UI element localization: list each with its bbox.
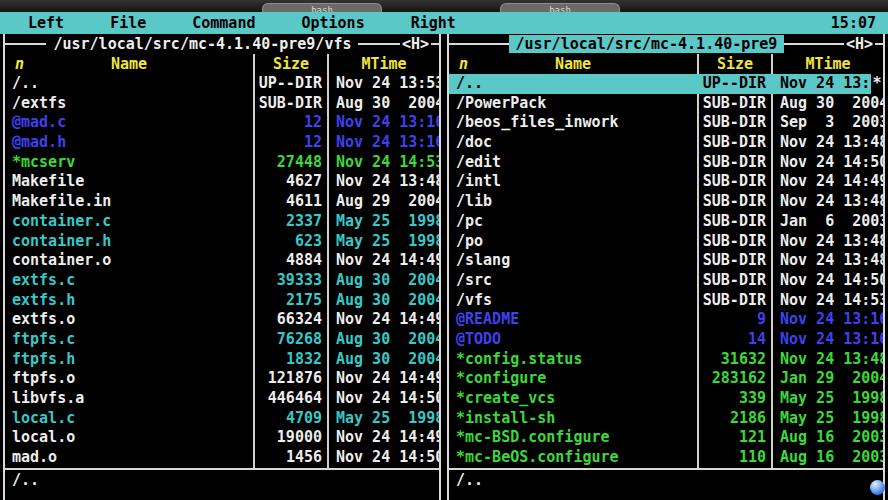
file-row[interactable]: @mad.c 12 Nov 24 13:16 [5,113,439,133]
file-row[interactable]: /po SUB-DIR Nov 24 13:48 [449,232,883,252]
file-name: /pc [449,212,697,232]
frame-line [449,43,509,45]
file-row[interactable]: /PowerPack SUB-DIR Aug 30 2004 [449,94,883,114]
column-header-mtime[interactable]: MTime [771,54,883,74]
file-row[interactable]: extfs.o 66324 Nov 24 14:49 [5,310,439,330]
column-header-name[interactable]: nName [449,54,697,74]
file-row[interactable]: @README 9 Nov 24 13:16 [449,310,883,330]
file-size: 339 [697,389,771,409]
menu-command[interactable]: Command [192,14,255,32]
left-ministatus: /.. [5,470,439,490]
file-row[interactable]: /extfs SUB-DIR Aug 30 2004 [5,94,439,114]
file-row[interactable]: /vfs SUB-DIR Nov 24 14:53 [449,291,883,311]
file-row[interactable]: /src SUB-DIR Nov 24 14:50 [449,271,883,291]
file-row[interactable]: container.c 2337 May 25 1998 [5,212,439,232]
file-row[interactable]: /.. UP--DIR Nov 24 13:53 [5,74,439,94]
file-row[interactable]: container.o 4884 Nov 24 14:49 [5,251,439,271]
column-header-name[interactable]: nName [5,54,253,74]
file-name: container.o [5,251,253,271]
file-row[interactable]: local.c 4709 May 25 1998 [5,409,439,429]
file-row[interactable]: @mad.h 12 Nov 24 13:16 [5,133,439,153]
file-mtime: Nov 24 13:16 [771,310,883,330]
file-name: mad.o [5,448,253,468]
file-row[interactable]: ftpfs.o 121876 Nov 24 14:49 [5,369,439,389]
file-row[interactable]: /lib SUB-DIR Nov 24 13:48 [449,192,883,212]
file-row[interactable]: /pc SUB-DIR Jan 6 2003 [449,212,883,232]
file-row[interactable]: ftpfs.c 76268 Aug 30 2004 [5,330,439,350]
file-mtime: Nov 24 14:50 [771,153,883,173]
file-row[interactable]: /intl SUB-DIR Nov 24 14:49 [449,172,883,192]
file-row[interactable]: extfs.h 2175 Aug 30 2004 [5,291,439,311]
sort-indicator: n [459,54,468,74]
file-size: SUB-DIR [697,172,771,192]
panels-area: /usr/local/src/mc-4.1.40-pre9/vfs <H> nN… [0,34,888,500]
file-size: 4709 [253,409,327,429]
file-row[interactable]: *mc-BeOS.configure 110 Aug 16 2003 [449,448,883,468]
file-mtime: May 25 1998 [771,389,883,409]
file-size: 121876 [253,369,327,389]
file-row[interactable]: *create_vcs 339 May 25 1998 [449,389,883,409]
menu-file[interactable]: File [110,14,146,32]
file-row[interactable]: libvfs.a 446464 Nov 24 14:50 [5,389,439,409]
left-panel-title-row: /usr/local/src/mc-4.1.40-pre9/vfs <H> [5,34,439,54]
sort-indicator: n [15,54,24,74]
scrollbar-thumb[interactable] [870,480,885,495]
file-size: 9 [697,310,771,330]
file-row[interactable]: *configure 283162 Jan 29 2004 [449,369,883,389]
file-row[interactable]: Makefile.in 4611 Aug 29 2004 [5,192,439,212]
frame-line [784,43,844,45]
file-size: SUB-DIR [697,153,771,173]
file-row[interactable]: @TODO 14 Nov 24 13:16 [449,330,883,350]
terminal-tab[interactable]: bash [262,3,382,12]
file-row[interactable]: container.h 623 May 25 1998 [5,232,439,252]
file-row[interactable]: *config.status 31632 Nov 24 13:48 [449,350,883,370]
column-header-mtime[interactable]: MTime [327,54,439,74]
file-name: /intl [449,172,697,192]
file-row[interactable]: /edit SUB-DIR Nov 24 14:50 [449,153,883,173]
file-mtime: Nov 24 14:49 [771,172,883,192]
file-row[interactable]: *mcserv 27448 Nov 24 14:53 [5,153,439,173]
file-name: *install-sh [449,409,697,429]
left-panel-header: nName Size MTime [5,54,439,74]
file-mtime: Nov 24 13:16 [327,113,439,133]
column-header-size[interactable]: Size [253,54,327,74]
file-row[interactable]: /doc SUB-DIR Nov 24 13:48 [449,133,883,153]
file-row[interactable]: /.. UP--DIR Nov 24 13:16 * [449,74,883,94]
file-mtime: Aug 16 2003 [771,448,883,468]
left-panel-hotkey: <H> [400,35,431,53]
file-row[interactable]: *mc-BSD.configure 121 Aug 16 2003 [449,428,883,448]
file-mtime: Nov 24 14:53 [771,291,883,311]
file-row[interactable]: mad.o 1456 Nov 24 14:50 [5,448,439,468]
file-mtime: Nov 24 14:50 [327,389,439,409]
file-row[interactable]: /beos_files_inwork SUB-DIR Sep 3 2003 [449,113,883,133]
file-mtime: Aug 30 2004 [327,350,439,370]
left-file-list: /.. UP--DIR Nov 24 13:53 /extfs SUB-DIR … [5,74,439,468]
file-mtime: Nov 24 13:16 [327,133,439,153]
file-row[interactable]: /slang SUB-DIR Nov 24 13:48 [449,251,883,271]
file-name: libvfs.a [5,389,253,409]
file-size: SUB-DIR [253,94,327,114]
file-row[interactable]: *install-sh 2186 May 25 1998 [449,409,883,429]
file-size: 623 [253,232,327,252]
file-mtime: May 25 1998 [327,212,439,232]
terminal-tab[interactable]: bash [500,3,620,12]
right-panel-hotkey: <H> [844,35,875,53]
menu-right[interactable]: Right [411,14,456,32]
right-ministatus: /.. [449,470,883,490]
file-name: /doc [449,133,697,153]
file-row[interactable]: extfs.c 39333 Aug 30 2004 [5,271,439,291]
left-panel-path[interactable]: /usr/local/src/mc-4.1.40-pre9/vfs [46,35,358,53]
menu-left[interactable]: Left [28,14,64,32]
file-name: extfs.c [5,271,253,291]
frame-line [5,43,46,45]
file-size: UP--DIR [697,74,771,94]
column-header-size[interactable]: Size [697,54,771,74]
file-size: SUB-DIR [697,271,771,291]
right-panel-path[interactable]: /usr/local/src/mc-4.1.40-pre9 [509,35,785,53]
file-row[interactable]: Makefile 4627 Nov 24 13:48 [5,172,439,192]
modified-marker: * [871,74,883,94]
file-name: /extfs [5,94,253,114]
menu-options[interactable]: Options [301,14,364,32]
file-row[interactable]: ftpfs.h 1832 Aug 30 2004 [5,350,439,370]
file-row[interactable]: local.o 19000 Nov 24 14:49 [5,428,439,448]
